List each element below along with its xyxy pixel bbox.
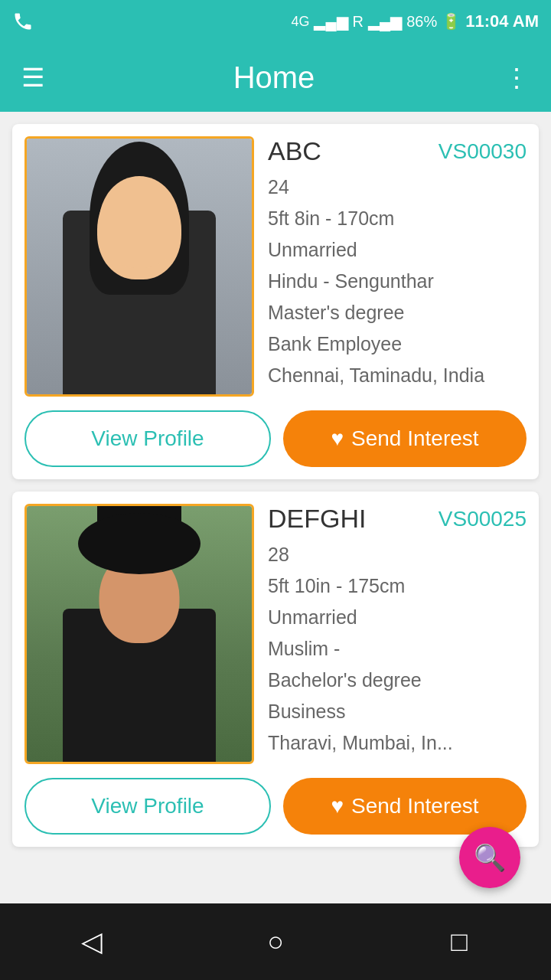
search-fab-icon: 🔍	[474, 842, 506, 873]
heart-icon-2: ♥	[331, 794, 344, 818]
profile-name-row-2: DEFGHI VS00025	[268, 504, 527, 534]
signal2-label: R	[353, 13, 364, 31]
send-interest-label-1: Send Interest	[351, 426, 479, 451]
profile-marital-2: Unmarried	[268, 604, 527, 631]
profile-religion-2: Muslim -	[268, 635, 527, 662]
profile-id-1: VS00030	[439, 139, 527, 164]
hamburger-icon[interactable]: ☰	[21, 62, 44, 93]
card-buttons-2: View Profile ♥ Send Interest	[24, 778, 527, 835]
profile-name-1: ABC	[268, 136, 321, 166]
face-decoration	[99, 176, 180, 268]
status-bar: 4G ▂▄▆ R ▂▄▆ 86% 🔋 11:04 AM	[0, 0, 551, 43]
network-label: 4G	[291, 14, 309, 30]
recent-apps-button[interactable]: □	[429, 919, 490, 965]
app-bar-title: Home	[233, 60, 315, 95]
view-profile-button-1[interactable]: View Profile	[24, 410, 271, 467]
signal2-bars: ▂▄▆	[368, 12, 402, 31]
home-button[interactable]: ○	[245, 919, 306, 965]
search-fab-button[interactable]: 🔍	[459, 827, 520, 888]
profile-occupation-2: Business	[268, 698, 527, 725]
profile-image-2	[27, 506, 252, 762]
profile-age-2: 28	[268, 541, 527, 568]
profile-name-2: DEFGHI	[268, 504, 366, 534]
profile-image-wrapper-1	[24, 136, 254, 397]
battery-label: 86%	[406, 13, 437, 31]
more-options-icon[interactable]: ⋮	[504, 62, 530, 93]
profile-card-1: ABC VS00030 24 5ft 8in - 170cm Unmarried…	[12, 124, 539, 479]
card-buttons-1: View Profile ♥ Send Interest	[24, 410, 527, 467]
view-profile-button-2[interactable]: View Profile	[24, 778, 271, 835]
profile-id-2: VS00025	[439, 507, 527, 531]
profile-height-2: 5ft 10in - 175cm	[268, 573, 527, 599]
status-bar-right: 4G ▂▄▆ R ▂▄▆ 86% 🔋 11:04 AM	[291, 11, 539, 31]
send-interest-button-1[interactable]: ♥ Send Interest	[283, 410, 527, 467]
profile-occupation-1: Bank Employee	[268, 331, 527, 358]
profile-image-1	[27, 139, 252, 394]
content-area: ABC VS00030 24 5ft 8in - 170cm Unmarried…	[0, 112, 551, 859]
app-bar: ☰ Home ⋮	[0, 43, 551, 112]
hat-decoration	[78, 513, 201, 574]
profile-image-wrapper-2	[24, 504, 254, 764]
time-label: 11:04 AM	[465, 11, 539, 31]
phone-icon	[12, 11, 34, 32]
profile-age-1: 24	[268, 174, 527, 201]
profile-education-2: Bachelor's degree	[268, 667, 527, 694]
profile-info-2: DEFGHI VS00025 28 5ft 10in - 175cm Unmar…	[268, 504, 527, 764]
profile-marital-1: Unmarried	[268, 237, 527, 263]
send-interest-button-2[interactable]: ♥ Send Interest	[283, 778, 527, 835]
profile-name-row-1: ABC VS00030	[268, 136, 527, 166]
profile-card-2: DEFGHI VS00025 28 5ft 10in - 175cm Unmar…	[12, 492, 539, 847]
profile-height-1: 5ft 8in - 170cm	[268, 205, 527, 232]
profile-location-2: Tharavi, Mumbai, In...	[268, 730, 527, 756]
profile-education-1: Master's degree	[268, 299, 527, 326]
profile-religion-1: Hindu - Sengunthar	[268, 268, 527, 295]
battery-icon: 🔋	[442, 12, 461, 31]
card-top-1: ABC VS00030 24 5ft 8in - 170cm Unmarried…	[24, 136, 527, 397]
profile-info-1: ABC VS00030 24 5ft 8in - 170cm Unmarried…	[268, 136, 527, 397]
status-bar-left	[12, 11, 34, 32]
back-button[interactable]: ◁	[61, 919, 122, 965]
profile-location-1: Chennai, Taminadu, India	[268, 362, 527, 389]
send-interest-label-2: Send Interest	[351, 794, 479, 818]
card-top-2: DEFGHI VS00025 28 5ft 10in - 175cm Unmar…	[24, 504, 527, 764]
signal-bars: ▂▄▆	[314, 12, 347, 31]
heart-icon-1: ♥	[331, 426, 344, 451]
bottom-navigation: ◁ ○ □	[0, 903, 551, 980]
